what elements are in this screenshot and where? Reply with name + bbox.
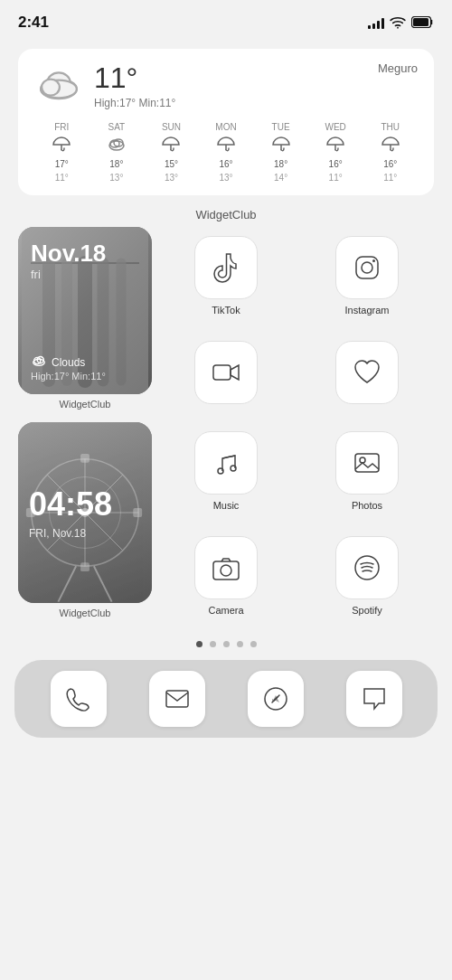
app-box-photos[interactable] — [335, 431, 399, 495]
weather-range: High:17° Min:11° — [94, 97, 175, 109]
day-thu-low: 11° — [383, 173, 397, 183]
day-tue-name: TUE — [272, 122, 290, 132]
clock-widget-container: 04:58 FRI, Nov.18 WidgetClub — [18, 422, 152, 618]
day-fri-high: 17° — [55, 159, 69, 169]
umbrella-icon-fri — [52, 136, 71, 155]
widgetclub-label-2: WidgetClub — [60, 399, 111, 410]
weather-widget-2-content: Nov.18 fri Clouds Hig — [18, 227, 152, 394]
status-icons — [368, 16, 434, 29]
spotify-label: Spotify — [352, 605, 382, 616]
app-box-camera[interactable] — [194, 536, 258, 599]
app-item-heart[interactable] — [300, 332, 434, 413]
app-item-camera[interactable]: Camera — [159, 527, 293, 625]
instagram-label: Instagram — [345, 305, 390, 316]
svg-point-0 — [397, 26, 399, 28]
music-label: Music — [213, 500, 240, 511]
dock-item-safari[interactable] — [248, 671, 304, 727]
app-item-music[interactable]: Music — [159, 422, 293, 520]
clock-widget[interactable]: 04:58 FRI, Nov.18 — [18, 422, 152, 603]
page-dot-2[interactable] — [210, 641, 216, 647]
app-item-video[interactable] — [159, 332, 293, 413]
wifi-icon — [390, 16, 406, 29]
page-dots — [0, 641, 452, 647]
safari-icon — [262, 685, 289, 712]
svg-rect-30 — [213, 365, 231, 380]
weather-widget: 11° High:17° Min:11° Meguro FRI 17° 11° … — [18, 49, 434, 195]
day-fri-name: FRI — [54, 122, 69, 132]
heart-icon — [352, 357, 382, 388]
svg-point-18 — [362, 262, 372, 273]
dock-box-messages[interactable] — [346, 671, 402, 727]
dock-item-mail[interactable] — [149, 671, 205, 727]
clock-widget-label: WidgetClub — [60, 608, 111, 618]
app-item-photos[interactable]: Photos — [300, 422, 434, 520]
svg-point-54 — [221, 565, 231, 576]
app-box-tiktok[interactable] — [194, 236, 258, 299]
dock-box-mail[interactable] — [149, 671, 205, 727]
weather-temp: 11° — [94, 61, 175, 95]
status-time: 2:41 — [18, 14, 49, 32]
svg-rect-51 — [355, 454, 379, 472]
svg-rect-56 — [166, 691, 188, 707]
weather-day-sun: SUN 15° 13° — [144, 122, 199, 183]
camera-label: Camera — [208, 605, 243, 616]
page-dot-3[interactable] — [223, 641, 230, 647]
clock-time: 04:58 — [29, 485, 141, 523]
photos-icon — [352, 448, 382, 478]
page-dot-5[interactable] — [250, 641, 257, 647]
day-sat-high: 18° — [109, 159, 123, 169]
dock-item-messages[interactable] — [346, 671, 402, 727]
weather-widget-2[interactable]: Nov.18 fri Clouds Hig — [18, 227, 152, 394]
widget-cloud-icon — [31, 354, 47, 371]
widget-day: fri — [31, 268, 139, 281]
weather-day-wed: WED 16° 11° — [308, 122, 363, 183]
widget-date: Nov.18 — [31, 240, 139, 268]
weather-day-sat: SAT 18° 13° — [89, 122, 145, 183]
day-tue-low: 14° — [274, 173, 287, 183]
weather-day-thu: THU 16° 11° — [363, 122, 418, 183]
widgetclub-label-1: WidgetClub — [0, 208, 452, 221]
dock-item-phone[interactable] — [51, 671, 107, 727]
day-sun-name: SUN — [162, 122, 181, 132]
widget-clouds-text: Clouds — [52, 356, 85, 369]
app-box-music[interactable] — [194, 431, 258, 495]
battery-icon — [411, 16, 434, 28]
svg-rect-2 — [413, 18, 428, 26]
app-item-spotify[interactable]: Spotify — [300, 527, 434, 625]
page-dot-4[interactable] — [237, 641, 243, 647]
day-thu-name: THU — [381, 122, 400, 132]
mail-icon — [164, 685, 191, 712]
app-box-heart[interactable] — [335, 341, 399, 404]
app-item-tiktok[interactable]: TikTok — [159, 227, 293, 325]
day-thu-high: 16° — [383, 159, 397, 169]
tiktok-label: TikTok — [212, 305, 240, 316]
signal-icon — [368, 16, 384, 29]
cloud-icon — [34, 66, 83, 106]
svg-rect-53 — [213, 561, 239, 580]
umbrella-icon-thu — [381, 136, 400, 155]
app-box-video[interactable] — [194, 341, 258, 404]
day-fri-low: 11° — [55, 173, 69, 183]
weather-day-mon: MON 16° 13° — [199, 122, 254, 183]
music-icon — [211, 448, 241, 478]
camera-icon — [211, 552, 241, 583]
instagram-icon — [352, 252, 382, 283]
svg-point-55 — [355, 556, 379, 580]
dock-box-safari[interactable] — [248, 671, 304, 727]
day-wed-high: 16° — [329, 159, 343, 169]
weather-widget-2-container: Nov.18 fri Clouds Hig — [18, 227, 152, 410]
app-box-instagram[interactable] — [335, 236, 399, 299]
dock — [14, 660, 438, 738]
dock-box-phone[interactable] — [51, 671, 107, 727]
weather-location: Meguro — [378, 61, 418, 75]
weather-day-tue: TUE 18° 14° — [253, 122, 308, 183]
app-box-spotify[interactable] — [335, 536, 399, 599]
day-sun-high: 15° — [165, 159, 178, 169]
app-item-instagram[interactable]: Instagram — [300, 227, 434, 325]
svg-line-50 — [222, 456, 235, 458]
page-dot-1[interactable] — [196, 641, 202, 647]
day-sun-low: 13° — [165, 173, 178, 183]
day-sat-low: 13° — [109, 173, 123, 183]
svg-point-19 — [372, 259, 375, 262]
tiktok-icon — [211, 252, 241, 283]
